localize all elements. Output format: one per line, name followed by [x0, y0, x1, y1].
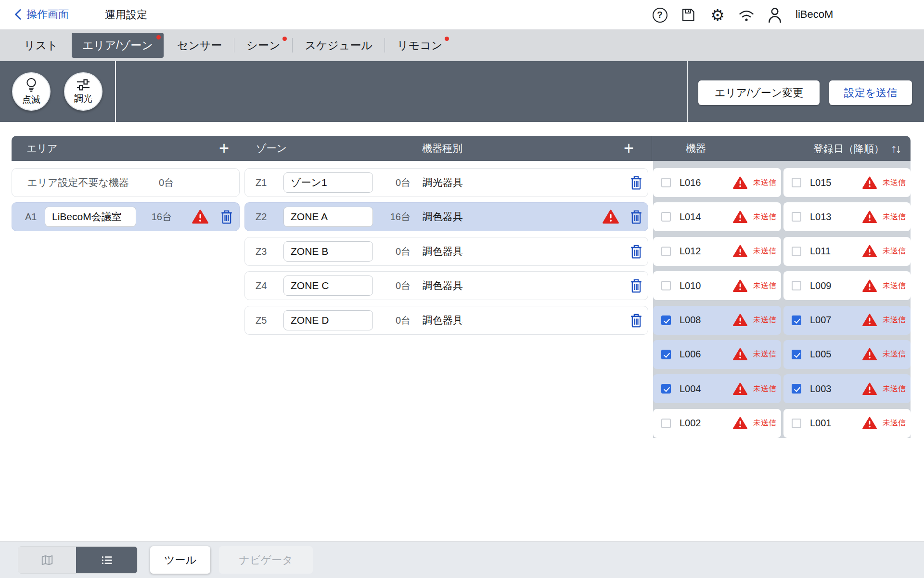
toolbar-divider	[115, 61, 116, 122]
device-cell[interactable]: L003 未送信	[783, 374, 911, 403]
device-cell[interactable]: L002 未送信	[653, 409, 781, 438]
device-checkbox[interactable]	[661, 384, 671, 394]
user-icon[interactable]	[766, 6, 783, 24]
device-cell[interactable]: L006 未送信	[653, 340, 781, 369]
zone-name-input[interactable]	[283, 241, 373, 262]
device-checkbox[interactable]	[661, 315, 671, 325]
tab-area-zone[interactable]: エリア/ゾーン	[72, 33, 164, 58]
zone-row-z1[interactable]: Z1 0台 調光器具	[244, 168, 648, 197]
add-area-button[interactable]: +	[219, 140, 229, 157]
device-cell[interactable]: L015 未送信	[783, 168, 911, 197]
sort-icon[interactable]: ↑↓	[891, 142, 900, 156]
help-icon[interactable]: ?	[651, 6, 668, 24]
warning-icon	[603, 210, 619, 224]
warning-icon	[733, 348, 747, 361]
dimming-label: 調光	[74, 92, 92, 105]
status-unsent: 未送信	[753, 246, 776, 256]
zone-name-input[interactable]	[283, 207, 373, 227]
device-cell[interactable]: L010 未送信	[653, 271, 781, 300]
device-cell[interactable]: L005 未送信	[783, 340, 911, 369]
header-seam	[652, 136, 652, 161]
device-cell[interactable]: L009 未送信	[783, 271, 911, 300]
blink-label: 点滅	[22, 93, 40, 106]
device-checkbox[interactable]	[792, 247, 801, 256]
device-label: L015	[810, 177, 845, 188]
device-checkbox[interactable]	[792, 212, 801, 222]
tab-list[interactable]: リスト	[12, 29, 70, 61]
device-label: L012	[680, 246, 714, 257]
device-checkbox[interactable]	[661, 350, 671, 359]
device-cell[interactable]: L016 未送信	[653, 168, 781, 197]
device-type: 調色器具	[423, 210, 463, 223]
area-header-label: エリア	[26, 142, 57, 155]
delete-zone-button[interactable]	[629, 210, 643, 224]
device-cell[interactable]: L011 未送信	[783, 237, 911, 266]
device-checkbox[interactable]	[661, 419, 671, 428]
blink-button[interactable]: 点滅	[12, 72, 51, 111]
device-label: L002	[680, 418, 714, 429]
device-cell[interactable]: L014 未送信	[653, 202, 781, 231]
status-unsent: 未送信	[883, 349, 906, 359]
zone-row-z3[interactable]: Z3 0台 調色器具	[244, 237, 648, 266]
back-label: 操作画面	[26, 7, 69, 22]
device-cell[interactable]: L008 未送信	[653, 306, 781, 335]
dimming-button[interactable]: 調光	[64, 72, 103, 111]
area-row-unassigned[interactable]: エリア設定不要な機器 0台	[12, 168, 240, 197]
device-checkbox[interactable]	[661, 247, 671, 256]
tab-sensor[interactable]: センサー	[165, 29, 234, 61]
device-type: 調色器具	[423, 245, 463, 258]
device-cell[interactable]: L001 未送信	[783, 409, 911, 438]
zone-name-input[interactable]	[283, 310, 373, 330]
navigator-button[interactable]: ナビゲータ	[219, 546, 313, 574]
map-view-button[interactable]	[18, 547, 76, 573]
device-checkbox[interactable]	[792, 315, 801, 325]
delete-zone-button[interactable]	[629, 175, 643, 190]
device-count: 0台	[384, 314, 411, 327]
back-to-operation-screen[interactable]: 操作画面	[14, 7, 69, 22]
device-checkbox[interactable]	[661, 212, 671, 222]
tools-button[interactable]: ツール	[150, 546, 210, 574]
status-unsent: 未送信	[883, 281, 906, 291]
zone-name-input[interactable]	[283, 172, 373, 193]
tab-remote[interactable]: リモコン	[385, 29, 454, 61]
device-count: 0台	[147, 176, 174, 189]
change-area-zone-button[interactable]: エリア/ゾーン変更	[698, 80, 820, 105]
device-cell[interactable]: L013 未送信	[783, 202, 911, 231]
wifi-icon[interactable]	[738, 6, 755, 24]
tab-schedule[interactable]: スケジュール	[293, 29, 385, 61]
status-unsent: 未送信	[753, 315, 776, 325]
zone-row-z2[interactable]: Z2 16台 調色器具	[244, 202, 648, 231]
device-count: 0台	[384, 279, 411, 292]
tab-scene[interactable]: シーン	[234, 29, 292, 61]
settings-icon[interactable]: ⚙	[709, 6, 726, 24]
device-checkbox[interactable]	[792, 419, 801, 428]
device-checkbox[interactable]	[792, 384, 801, 394]
zone-id: Z4	[256, 280, 267, 291]
device-checkbox[interactable]	[661, 178, 671, 187]
device-checkbox[interactable]	[661, 281, 671, 290]
delete-zone-button[interactable]	[629, 244, 643, 259]
device-cell[interactable]: L012 未送信	[653, 237, 781, 266]
area-row-a1[interactable]: A1 16台	[12, 202, 240, 231]
device-checkbox[interactable]	[792, 281, 801, 290]
delete-zone-button[interactable]	[629, 278, 643, 293]
zone-name-input[interactable]	[283, 276, 373, 296]
device-checkbox[interactable]	[792, 178, 801, 187]
delete-area-button[interactable]	[220, 210, 233, 224]
warning-icon	[862, 176, 877, 189]
device-cell[interactable]: L004 未送信	[653, 374, 781, 403]
zone-row-z4[interactable]: Z4 0台 調色器具	[244, 271, 648, 300]
device-label: L004	[680, 383, 714, 394]
add-zone-button[interactable]: +	[624, 140, 634, 157]
delete-zone-button[interactable]	[629, 313, 643, 328]
device-cell[interactable]: L007 未送信	[783, 306, 911, 335]
warning-icon	[862, 417, 877, 430]
device-type: 調色器具	[423, 314, 463, 327]
zone-row-z5[interactable]: Z5 0台 調色器具	[244, 306, 648, 335]
list-view-button[interactable]	[76, 547, 137, 573]
device-checkbox[interactable]	[792, 350, 801, 359]
area-name-input[interactable]	[45, 207, 136, 227]
save-icon[interactable]	[680, 6, 697, 24]
status-unsent: 未送信	[883, 418, 906, 428]
send-settings-button[interactable]: 設定を送信	[829, 80, 912, 105]
